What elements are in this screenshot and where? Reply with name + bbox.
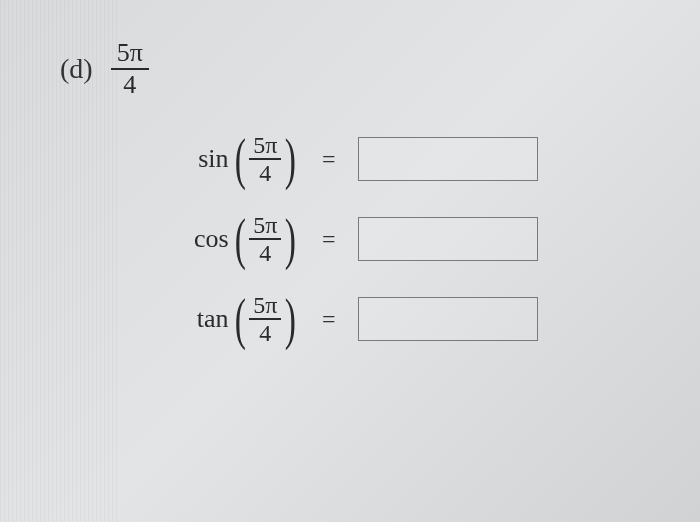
cos-answer-input[interactable] bbox=[358, 217, 538, 261]
tan-arg-num: 5π bbox=[249, 293, 281, 318]
left-paren-icon: ( bbox=[234, 297, 245, 342]
sin-argument: 5π 4 bbox=[249, 133, 281, 185]
cos-argument: 5π 4 bbox=[249, 213, 281, 265]
frac-denominator: 4 bbox=[117, 70, 142, 98]
equals-sign: = bbox=[322, 226, 336, 253]
header-fraction: 5π 4 bbox=[111, 40, 149, 98]
cos-arg-den: 4 bbox=[255, 240, 275, 265]
equation-row-cos: cos ( 5π 4 ) = bbox=[150, 213, 650, 265]
tan-answer-input[interactable] bbox=[358, 297, 538, 341]
cos-arg-num: 5π bbox=[249, 213, 281, 238]
cos-expression: cos ( 5π 4 ) bbox=[150, 213, 300, 265]
left-paren-icon: ( bbox=[234, 217, 245, 262]
equals-sign: = bbox=[322, 306, 336, 333]
equals-sign: = bbox=[322, 146, 336, 173]
tan-expression: tan ( 5π 4 ) bbox=[150, 293, 300, 345]
right-paren-icon: ) bbox=[285, 297, 296, 342]
frac-numerator: 5π bbox=[111, 40, 149, 68]
func-cos: cos bbox=[194, 224, 229, 254]
problem-header: (d) 5π 4 bbox=[60, 40, 650, 98]
right-paren-icon: ) bbox=[285, 217, 296, 262]
left-paren-icon: ( bbox=[234, 137, 245, 182]
sin-answer-input[interactable] bbox=[358, 137, 538, 181]
func-tan: tan bbox=[197, 304, 229, 334]
right-paren-icon: ) bbox=[285, 137, 296, 182]
tan-arg-den: 4 bbox=[255, 320, 275, 345]
sin-arg-den: 4 bbox=[255, 160, 275, 185]
equation-row-sin: sin ( 5π 4 ) = bbox=[150, 133, 650, 185]
func-sin: sin bbox=[198, 144, 228, 174]
tan-argument: 5π 4 bbox=[249, 293, 281, 345]
equation-row-tan: tan ( 5π 4 ) = bbox=[150, 293, 650, 345]
sin-arg-num: 5π bbox=[249, 133, 281, 158]
part-label: (d) bbox=[60, 53, 93, 85]
sin-expression: sin ( 5π 4 ) bbox=[150, 133, 300, 185]
